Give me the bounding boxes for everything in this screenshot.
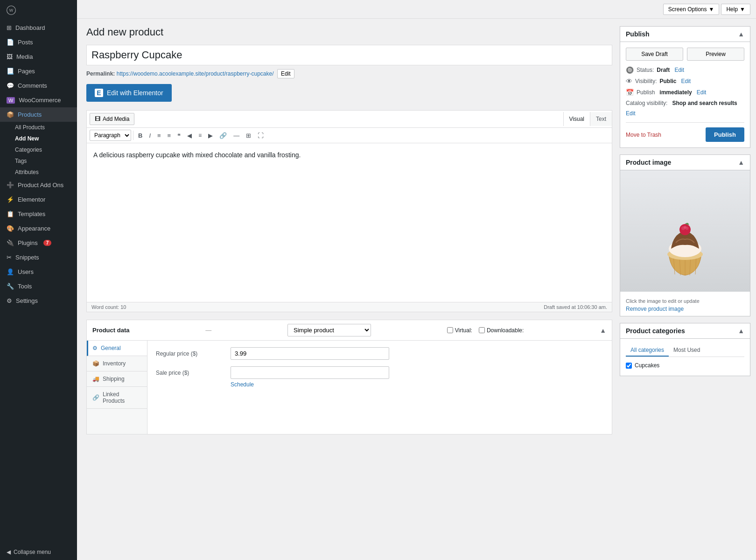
tools-icon: 🔧 [7,283,14,290]
collapse-icon: ◀ [7,549,11,555]
blockquote-button[interactable]: ❝ [175,131,183,140]
tab-text[interactable]: Text [590,112,612,126]
publish-collapse-button[interactable]: ▲ [738,30,744,38]
sidebar-item-add-new[interactable]: Add New [15,133,77,144]
sidebar-item-products[interactable]: 📦 Products [0,107,77,122]
link-button[interactable]: 🔗 [217,131,230,140]
cat-checkbox-cupcakes[interactable] [626,363,632,369]
publish-time-edit-link[interactable]: Edit [697,89,707,96]
catalog-value: Shop and search results [672,100,737,106]
product-data-collapse-button[interactable]: ▲ [600,327,606,334]
downloadable-label[interactable]: Downloadable: [479,327,524,334]
status-edit-link[interactable]: Edit [674,67,684,73]
virtual-label[interactable]: Virtual: [447,327,472,334]
bold-button[interactable]: B [135,131,145,140]
product-image-area[interactable] [620,170,750,292]
product-title-input[interactable] [86,45,612,65]
edit-with-elementor-button[interactable]: E Edit with Elementor [86,84,172,102]
downloadable-checkbox[interactable] [479,327,485,333]
sidebar-item-comments[interactable]: 💬 Comments [0,78,77,93]
sale-price-input[interactable] [231,366,389,379]
fullscreen-button[interactable]: ⛶ [255,131,266,140]
sidebar-item-label: Posts [18,39,33,46]
sidebar-item-appearance[interactable]: 🎨 Appearance [0,221,77,236]
catalog-visibility-row: Catalog visibility: Shop and search resu… [626,100,744,117]
add-media-button[interactable]: 🎞 Add Media [90,113,134,125]
align-center-button[interactable]: ≡ [196,131,204,140]
product-type-select[interactable]: Simple product Variable product Grouped … [287,324,371,336]
virtual-checkbox[interactable] [447,327,453,333]
catalog-label: Catalog visibility: [626,100,667,106]
publish-time-value: immediately [659,89,692,96]
publish-status-row: 🔘 Status: Draft Edit [626,66,744,74]
sidebar-item-plugins[interactable]: 🔌 Plugins 7 [0,236,77,250]
help-button[interactable]: Help ▼ [721,4,750,15]
remove-product-image-link[interactable]: Remove product image [626,306,744,312]
move-to-trash-link[interactable]: Move to Trash [626,132,661,138]
sidebar-item-attributes[interactable]: Attributes [15,167,77,178]
publish-time-row: 📅 Publish immediately Edit [626,89,744,96]
align-left-button[interactable]: ◀ [184,131,195,140]
sidebar-item-elementor[interactable]: ⚡ Elementor [0,192,77,207]
screen-options-button[interactable]: Screen Options ▼ [663,4,720,15]
pd-tab-linked-products[interactable]: 🔗 Linked Products [87,387,147,409]
publish-metabox: Publish ▲ Save Draft Preview 🔘 Status: D… [620,26,750,148]
visibility-edit-link[interactable]: Edit [681,78,691,84]
sidebar-item-all-products[interactable]: All Products [15,122,77,133]
publish-title: Publish [626,30,650,38]
pd-tab-shipping[interactable]: 🚚 Shipping [87,371,147,387]
sidebar-item-categories[interactable]: Categories [15,144,77,155]
downloadable-label-text: Downloadable: [487,327,524,334]
align-right-button[interactable]: ▶ [205,131,216,140]
sidebar-item-templates[interactable]: 📋 Templates [0,207,77,221]
sidebar-item-media[interactable]: 🖼 Media [0,49,77,64]
permalink-edit-button[interactable]: Edit [277,69,294,78]
table-button[interactable]: ⊞ [243,131,254,140]
unordered-list-button[interactable]: ≡ [154,131,164,140]
sidebar-item-pages[interactable]: 📃 Pages [0,64,77,78]
sidebar-item-dashboard[interactable]: ⊞ Dashboard [0,21,77,35]
sidebar-item-posts[interactable]: 📄 Posts [0,35,77,49]
hr-button[interactable]: — [231,131,242,140]
elementor-icon: ⚡ [7,196,14,203]
permalink-url[interactable]: https://woodemo.acoolexample.site/produc… [117,70,274,77]
sidebar-item-woocommerce[interactable]: W WooCommerce [0,93,77,107]
publish-time-label: Publish [637,89,655,96]
sidebar-item-snippets[interactable]: ✂ Snippets [0,250,77,265]
preview-button[interactable]: Preview [687,48,744,61]
save-draft-button[interactable]: Save Draft [626,48,683,61]
schedule-link[interactable]: Schedule [231,381,254,388]
collapse-menu[interactable]: ◀ Collapse menu [0,544,77,560]
product-categories-title: Product categories [626,327,685,335]
sidebar-item-label: Tools [18,283,32,290]
publish-button[interactable]: Publish [706,127,744,142]
cat-tab-most-used[interactable]: Most Used [669,344,705,357]
editor-body[interactable]: A delicious raspberry cupcake with mixed… [87,143,612,302]
product-image-header: Product image ▲ [620,155,750,170]
sidebar-item-product-add-ons[interactable]: ➕ Product Add Ons [0,178,77,192]
sidebar-item-users[interactable]: 👤 Users [0,265,77,279]
shipping-tab-label: Shipping [103,376,125,382]
italic-button[interactable]: I [146,131,154,140]
cat-tab-most-used-label: Most Used [673,347,700,353]
collapse-label: Collapse menu [14,549,51,555]
tab-visual[interactable]: Visual [563,112,590,126]
inventory-tab-label: Inventory [103,360,126,367]
regular-price-input[interactable] [231,347,389,360]
sidebar-item-tools[interactable]: 🔧 Tools [0,279,77,294]
cat-tab-all[interactable]: All categories [626,344,669,357]
ordered-list-button[interactable]: ≡ [165,131,174,140]
sidebar-item-label: WooCommerce [19,97,61,104]
publish-metabox-header: Publish ▲ [620,27,750,42]
pd-tab-inventory[interactable]: 📦 Inventory [87,356,147,371]
sidebar-logo: W [0,0,77,21]
woocommerce-icon: W [7,97,15,104]
catalog-edit-link[interactable]: Edit [626,110,744,117]
image-edit-caption: Click the image to edit or update [626,298,744,304]
sidebar-item-tags[interactable]: Tags [15,155,77,167]
product-image-collapse-button[interactable]: ▲ [738,159,744,166]
sidebar-item-settings[interactable]: ⚙ Settings [0,294,77,308]
product-categories-collapse-button[interactable]: ▲ [738,327,744,335]
pd-tab-general[interactable]: ⚙ General [87,341,147,356]
paragraph-select[interactable]: Paragraph [90,130,131,141]
